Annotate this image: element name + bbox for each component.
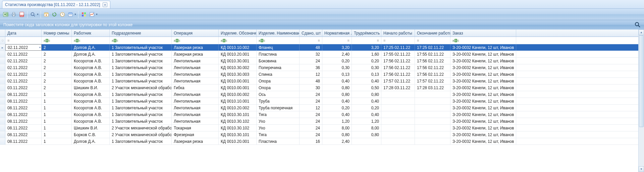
col-end[interactable]: Окончание работы	[415, 30, 450, 37]
cell-date: 02.11.2022	[5, 64, 42, 71]
cell-order: З-20-0032 Качели, 12 шт, Иванов	[450, 138, 516, 145]
search-icon[interactable]	[635, 22, 641, 28]
col-item-code[interactable]: Изделие. Обозначе...	[219, 30, 257, 37]
col-order[interactable]: Заказ	[450, 30, 516, 37]
filter-code[interactable]: aBc	[219, 37, 257, 44]
scroll-track[interactable]	[639, 35, 644, 166]
cell-dept: 1 Заготовительный участок	[110, 118, 172, 124]
table-row[interactable]: 08.11.20221Шишкин В.И.2 Участок механиче…	[0, 125, 644, 131]
col-date[interactable]: Дата	[5, 30, 42, 37]
tab-active[interactable]: Статистика производства [01.11.2022 - 12…	[2, 1, 110, 8]
clock-icon[interactable]	[59, 11, 66, 18]
filter-name[interactable]: aBc	[257, 37, 300, 44]
cell-start: 17:56 02.11.22	[381, 71, 415, 77]
col-item-name[interactable]: Изделие. Наименование	[257, 30, 300, 37]
cell-shift: 1	[42, 91, 72, 98]
toolbar: PDF ▼ ▼ ▼	[0, 9, 644, 20]
filter-dept[interactable]: aBc	[110, 37, 172, 44]
cell-op: Фрезерная	[172, 131, 219, 138]
cell-order: З-20-0032 Качели, 12 шт, Иванов	[450, 84, 516, 91]
zoom-icon[interactable]	[29, 11, 37, 18]
cell-shift: 2	[42, 71, 72, 77]
svg-point-29	[635, 22, 639, 26]
scroll-up-icon[interactable]: ▲	[639, 30, 644, 35]
table-row[interactable]: ▸02.11.2022▾2Долгов Д.А.1 Заготовительны…	[0, 44, 644, 51]
filter-worker[interactable]: aBc	[72, 37, 110, 44]
table-row[interactable]: 02.11.20222Косоротов А.В.1 Заготовительн…	[0, 71, 644, 78]
cell-end	[415, 118, 450, 124]
date-dropdown-icon[interactable]: ▾	[39, 46, 41, 49]
grid-color-icon[interactable]	[80, 11, 88, 18]
table-row[interactable]: 08.11.20221Борков С.В.2 Участок механиче…	[0, 131, 644, 138]
tab-close-icon[interactable]: ✕	[103, 2, 107, 7]
cell-worker: Косоротов А.В.	[72, 64, 110, 71]
cell-start: 17:57 02.11.22	[381, 78, 415, 84]
filter-norm[interactable]: =	[322, 37, 352, 44]
col-labor[interactable]: Трудоёмкость ...	[352, 30, 381, 37]
table-row[interactable]: 02.11.20222Косоротов А.В.1 Заготовительн…	[0, 58, 644, 64]
filter-labor[interactable]: =	[352, 37, 381, 44]
refresh-icon[interactable]	[51, 11, 58, 18]
cell-dept: 2 Участок механической обработки	[110, 84, 172, 91]
cell-norm: 2,40	[322, 138, 352, 145]
chart-icon[interactable]	[88, 11, 96, 18]
cell-start	[381, 125, 415, 131]
filter-order[interactable]: aBc	[450, 37, 516, 44]
table-row[interactable]: 08.11.20221Косоротов А.В.1 Заготовительн…	[0, 105, 644, 111]
filter-end[interactable]: =	[415, 37, 450, 44]
cell-worker: Косоротов А.В.	[72, 98, 110, 104]
col-worker[interactable]: Работник	[72, 30, 110, 37]
table-row[interactable]: 02.11.20222Косоротов А.В.1 Заготовительн…	[0, 64, 644, 71]
table-row[interactable]: 03.11.20222Шишкин В.И.2 Участок механиче…	[0, 84, 644, 91]
cell-norm: 0,13	[322, 71, 352, 77]
calendar-dropdown-icon[interactable]: ▼	[74, 13, 76, 15]
cell-name: Поперечина	[257, 64, 300, 71]
filter-date[interactable]: =	[5, 37, 42, 44]
filter-qty[interactable]: =	[300, 37, 322, 44]
table-row[interactable]: 02.11.20222Косоротов А.В.1 Заготовительн…	[0, 78, 644, 84]
cell-code: КД 0010.30.101	[219, 131, 257, 138]
col-start[interactable]: Начало работы	[381, 30, 415, 37]
table-row[interactable]: 08.11.20221Косоротов А.В.1 Заготовительн…	[0, 91, 644, 98]
col-shift[interactable]: Номер смены	[42, 30, 72, 37]
scroll-down-icon[interactable]: ▼	[639, 166, 644, 172]
svg-rect-21	[69, 14, 70, 15]
col-norm[interactable]: Нормативная ...	[322, 30, 352, 37]
vertical-scrollbar[interactable]: ▲ ▼	[638, 30, 644, 172]
table-row[interactable]: 08.11.20221Долгов Д.А.1 Заготовительный …	[0, 138, 644, 145]
scroll-thumb[interactable]	[639, 35, 644, 127]
cell-labor: 0,50	[352, 84, 381, 91]
row-indicator	[0, 118, 5, 124]
table-row[interactable]: 02.11.20222Долгов Д.А.1 Заготовительный …	[0, 51, 644, 58]
pdf-export-icon[interactable]: PDF	[18, 11, 25, 18]
cell-end: 17:28 03.11.22	[415, 84, 450, 91]
table-row[interactable]: 08.11.20221Косоротов А.В.1 Заготовительн…	[0, 98, 644, 105]
calendar-icon[interactable]	[67, 11, 74, 18]
filter-op[interactable]: aBc	[172, 37, 219, 44]
col-qty[interactable]: Сдано, шт	[300, 30, 322, 37]
table-row[interactable]: 08.11.20221Косоротов А.В.1 Заготовительн…	[0, 118, 644, 125]
cell-name: Боковина	[257, 58, 300, 64]
cell-norm: 2,40	[322, 51, 352, 57]
table-row[interactable]: 08.11.20221Косоротов А.В.1 Заготовительн…	[0, 111, 644, 118]
cell-order: З-20-0032 Качели, 12 шт, Иванов	[450, 51, 516, 57]
cell-code: КД 0010.20.001	[219, 138, 257, 145]
col-department[interactable]: Подразделение	[110, 30, 172, 37]
cell-shift: 1	[42, 118, 72, 124]
col-operation[interactable]: Операция	[172, 30, 219, 37]
cell-worker: Борков С.В.	[72, 131, 110, 138]
filter-start[interactable]: =	[381, 37, 415, 44]
cell-dept: 1 Заготовительный участок	[110, 44, 172, 51]
zoom-dropdown-icon[interactable]: ▼	[37, 13, 39, 15]
cell-labor: 0,40	[352, 78, 381, 84]
filter-shift[interactable]: aBc	[42, 37, 72, 44]
cell-start	[381, 138, 415, 145]
chart-dropdown-icon[interactable]: ▼	[96, 13, 98, 15]
excel-export-icon[interactable]	[2, 11, 9, 18]
cell-norm: 0,20	[322, 105, 352, 111]
cell-norm: 3,20	[322, 44, 352, 51]
group-by-panel[interactable]: Поместите сюда заголовок колонки для гру…	[0, 20, 644, 30]
print-icon[interactable]	[10, 11, 17, 18]
today-icon[interactable]	[43, 11, 50, 18]
cell-start	[381, 131, 415, 138]
